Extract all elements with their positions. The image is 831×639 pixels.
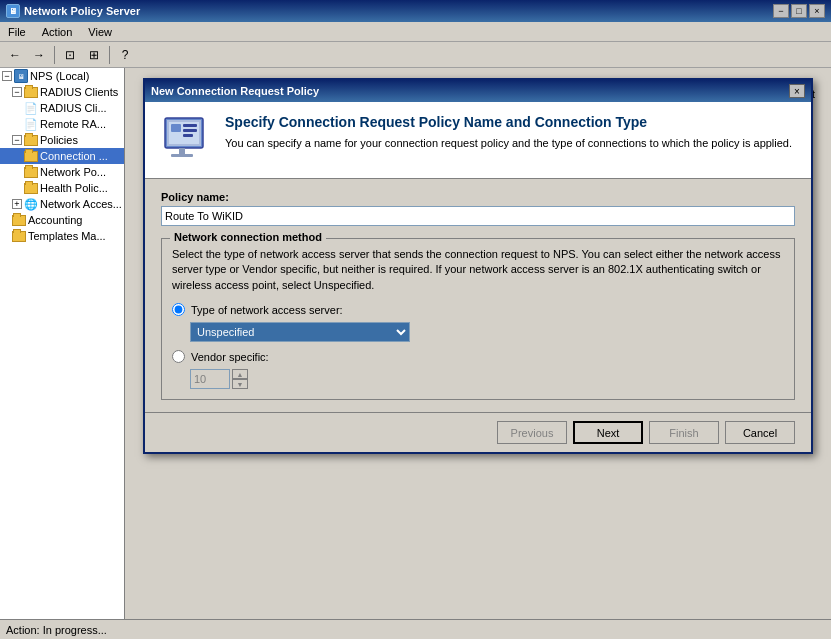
network-connection-group: Network connection method Select the typ… [161, 238, 795, 400]
status-text: Action: In progress... [6, 624, 107, 636]
radio-type-input[interactable] [172, 303, 185, 316]
folder-icon2 [24, 133, 38, 147]
dialog-header-description: You can specify a name for your connecti… [225, 136, 792, 151]
cancel-button[interactable]: Cancel [725, 421, 795, 444]
tree-item-remote-ra[interactable]: 📄 Remote RA... [0, 116, 124, 132]
left-panel: − 🖥 NPS (Local) − RADIUS Clients 📄 RADIU… [0, 68, 125, 619]
toolbar-separator [54, 46, 55, 64]
tree-expand-root[interactable]: − [2, 71, 12, 81]
folder-icon3 [24, 149, 38, 163]
main-window: 🖥 Network Policy Server − □ × File Actio… [0, 0, 831, 639]
previous-button[interactable]: Previous [497, 421, 567, 444]
spinner-row: ▲ ▼ [190, 369, 784, 389]
tree-item-connection[interactable]: Connection ... [0, 148, 124, 164]
folder-icon5 [24, 181, 38, 195]
folder-icon6 [12, 213, 26, 227]
spinner-up-button: ▲ [232, 369, 248, 379]
tree-label: Network Acces... [40, 198, 122, 210]
view-button[interactable]: ⊡ [59, 45, 81, 65]
policy-name-group: Policy name: [161, 191, 795, 226]
window-title: Network Policy Server [24, 5, 140, 17]
tree-label: Policies [40, 134, 78, 146]
tree-item-policies[interactable]: − Policies [0, 132, 124, 148]
dialog-title: New Connection Request Policy [151, 85, 319, 97]
network-icon: 🌐 [24, 197, 38, 211]
toolbar-separator2 [109, 46, 110, 64]
dialog-header: Specify Connection Request Policy Name a… [145, 102, 811, 179]
vendor-id-input [190, 369, 230, 389]
tree-item-radius-cli[interactable]: 📄 RADIUS Cli... [0, 100, 124, 116]
tree-item-health[interactable]: Health Polic... [0, 180, 124, 196]
doc-icon: 📄 [24, 101, 38, 115]
dialog: New Connection Request Policy × [143, 78, 813, 454]
doc-icon2: 📄 [24, 117, 38, 131]
tree-item-accounting[interactable]: Accounting [0, 212, 124, 228]
tree-root-label: NPS (Local) [30, 70, 89, 82]
help-button[interactable]: ? [114, 45, 136, 65]
menu-file[interactable]: File [4, 25, 30, 39]
dialog-close-button[interactable]: × [789, 84, 805, 98]
svg-rect-2 [179, 148, 185, 154]
maximize-button[interactable]: □ [791, 4, 807, 18]
spinner-buttons: ▲ ▼ [232, 369, 248, 389]
tree-expand-policies[interactable]: − [12, 135, 22, 145]
radio-vendor-input[interactable] [172, 350, 185, 363]
main-content: − 🖥 NPS (Local) − RADIUS Clients 📄 RADIU… [0, 68, 831, 619]
dialog-title-bar: New Connection Request Policy × [145, 80, 811, 102]
tree-item-network-access[interactable]: + 🌐 Network Acces... [0, 196, 124, 212]
select-row: Unspecified 802.1X [190, 322, 784, 342]
tree-label: Remote RA... [40, 118, 106, 130]
spinner-down-button: ▼ [232, 379, 248, 389]
menu-action[interactable]: Action [38, 25, 77, 39]
minimize-button[interactable]: − [773, 4, 789, 18]
group-description: Select the type of network access server… [172, 247, 784, 293]
svg-rect-5 [171, 124, 181, 132]
tree-item-radius-clients[interactable]: − RADIUS Clients [0, 84, 124, 100]
dialog-overlay: New Connection Request Policy × [125, 68, 831, 619]
svg-rect-3 [171, 154, 193, 157]
group-box-title: Network connection method [170, 231, 326, 243]
toolbar: ← → ⊡ ⊞ ? [0, 42, 831, 68]
back-button[interactable]: ← [4, 45, 26, 65]
title-bar-left: 🖥 Network Policy Server [6, 4, 140, 18]
nas-type-dropdown[interactable]: Unspecified 802.1X [190, 322, 410, 342]
tree-label: Accounting [28, 214, 82, 226]
svg-rect-8 [183, 134, 193, 137]
tree-expand-na[interactable]: + [12, 199, 22, 209]
tree-item-network-po[interactable]: Network Po... [0, 164, 124, 180]
dialog-body: Policy name: Network connection method S… [145, 179, 811, 412]
folder-icon [24, 85, 38, 99]
menu-view[interactable]: View [84, 25, 116, 39]
tree-label: Health Polic... [40, 182, 108, 194]
app-icon: 🖥 [6, 4, 20, 18]
radio-vendor-row: Vendor specific: [172, 350, 784, 363]
dialog-footer: Previous Next Finish Cancel [145, 412, 811, 452]
next-button[interactable]: Next [573, 421, 643, 444]
tree-label: RADIUS Clients [40, 86, 118, 98]
finish-button[interactable]: Finish [649, 421, 719, 444]
computer-icon: 🖥 [14, 69, 28, 83]
header-icon [161, 114, 213, 166]
radio-type-row: Type of network access server: [172, 303, 784, 316]
menu-bar: File Action View [0, 22, 831, 42]
title-bar-controls: − □ × [773, 4, 825, 18]
tree-label: Templates Ma... [28, 230, 106, 242]
policy-name-label: Policy name: [161, 191, 795, 203]
policy-name-input[interactable] [161, 206, 795, 226]
forward-button[interactable]: → [28, 45, 50, 65]
right-panel: emot New Connection Request Policy × [125, 68, 831, 619]
radio-type-label: Type of network access server: [191, 304, 343, 316]
svg-rect-6 [183, 124, 197, 127]
radio-vendor-label: Vendor specific: [191, 351, 269, 363]
dialog-header-text: Specify Connection Request Policy Name a… [225, 114, 792, 151]
tree-label: Network Po... [40, 166, 106, 178]
svg-rect-7 [183, 129, 197, 132]
folder-icon7 [12, 229, 26, 243]
tree-item-templates[interactable]: Templates Ma... [0, 228, 124, 244]
close-button[interactable]: × [809, 4, 825, 18]
expand-button[interactable]: ⊞ [83, 45, 105, 65]
tree-label: RADIUS Cli... [40, 102, 107, 114]
tree-expand-radius[interactable]: − [12, 87, 22, 97]
tree-root[interactable]: − 🖥 NPS (Local) [0, 68, 124, 84]
tree-label: Connection ... [40, 150, 108, 162]
